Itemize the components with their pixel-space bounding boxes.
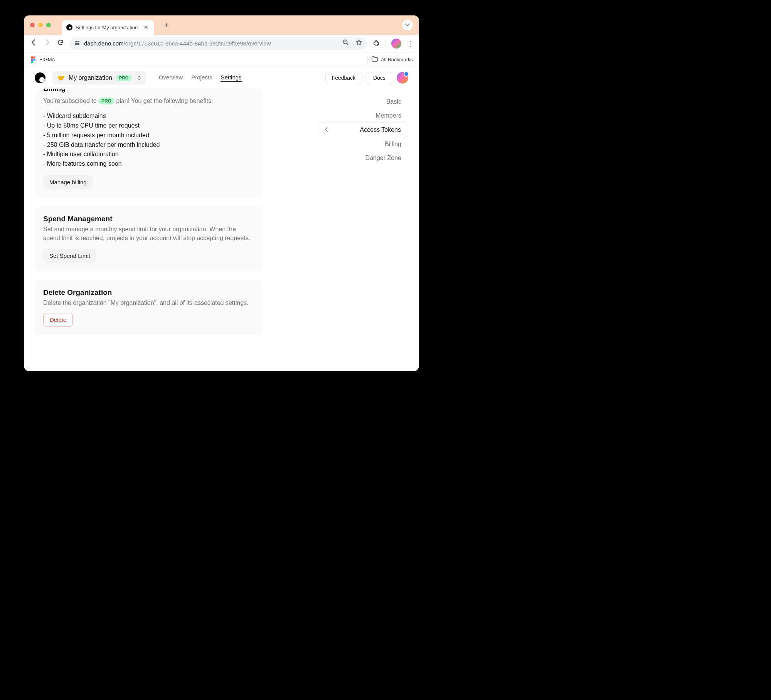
bookmark-figma[interactable]: FIGMA [30, 57, 55, 63]
delete-org-desc: Delete the organization "My organization… [43, 298, 254, 307]
delete-org-card: Delete Organization Delete the organizat… [35, 280, 262, 335]
benefit-item: - Multiple user collaboration [43, 150, 254, 159]
svg-point-11 [33, 59, 35, 61]
window-controls [30, 23, 51, 27]
feedback-button[interactable]: Feedback [325, 72, 362, 84]
forward-button[interactable] [43, 39, 52, 48]
selector-chevrons-icon [137, 75, 141, 81]
svg-point-12 [31, 61, 33, 63]
toolbar-divider [386, 40, 386, 47]
benefits-list: - Wildcard subdomains - Up to 50ms CPU t… [43, 111, 254, 169]
billing-desc-pre: You're subscibed to [43, 98, 98, 104]
billing-title: Billing [43, 89, 254, 94]
benefit-item: - More features coming soon [43, 159, 254, 169]
address-bar[interactable]: dash.deno.com/orgs/1753c61b-96ca-444b-84… [69, 37, 367, 50]
browser-toolbar: dash.deno.com/orgs/1753c61b-96ca-444b-84… [24, 35, 419, 52]
bookmarks-bar: FIGMA All Bookmarks [24, 52, 419, 67]
back-button[interactable] [29, 39, 38, 48]
deno-logo-icon[interactable] [35, 72, 45, 83]
sidenav-access-tokens[interactable]: Access Tokens [318, 123, 408, 137]
delete-button[interactable]: Delete [43, 313, 73, 326]
reload-button[interactable] [57, 39, 64, 48]
svg-rect-3 [77, 41, 79, 42]
settings-side-nav: Basic Members Access Tokens Billing Dang… [318, 89, 408, 371]
all-bookmarks-button[interactable]: All Bookmarks [372, 56, 413, 63]
main-column: Billing You're subscibed to PRO plan! Yo… [35, 89, 262, 371]
spend-card: Spend Management Set and manage a monthl… [35, 206, 262, 271]
manage-billing-button[interactable]: Manage billing [43, 175, 93, 189]
sidenav-basic[interactable]: Basic [318, 95, 408, 109]
chevron-left-icon [325, 127, 328, 133]
benefit-item: - 5 million requests per month included [43, 131, 254, 140]
app-header: 🤝 My organization PRO Overview Projects … [24, 67, 419, 89]
browser-window: Settings for My organization ✕ + dash.de… [24, 15, 419, 371]
window-maximize-icon[interactable] [46, 23, 51, 27]
url-text: dash.deno.com/orgs/1753c61b-96ca-444b-84… [84, 40, 338, 47]
figma-icon [30, 57, 36, 63]
benefit-item: - 250 GiB data transfer per month includ… [43, 140, 254, 150]
org-name: My organization [69, 74, 112, 81]
org-hands-icon: 🤝 [57, 74, 65, 82]
benefit-item: - Up to 50ms CPU time per request [43, 121, 254, 131]
billing-desc-post: plan! You get the following benefits: [114, 98, 213, 104]
tab-close-icon[interactable]: ✕ [144, 25, 148, 30]
browser-tab-bar: Settings for My organization ✕ + [24, 15, 419, 35]
sidenav-members[interactable]: Members [318, 109, 408, 123]
all-bookmarks-label: All Bookmarks [381, 57, 413, 62]
tab-settings[interactable]: Settings [221, 74, 241, 82]
tab-overview[interactable]: Overview [159, 74, 183, 82]
svg-point-1 [69, 27, 71, 29]
tab-projects[interactable]: Projects [191, 74, 212, 82]
set-spend-limit-button[interactable]: Set Spend Limit [43, 249, 96, 263]
sidenav-danger-zone[interactable]: Danger Zone [318, 151, 408, 165]
tabs-dropdown-button[interactable] [402, 20, 413, 30]
svg-point-9 [33, 56, 35, 59]
spend-title: Spend Management [43, 215, 254, 223]
extensions-icon[interactable] [372, 40, 380, 47]
content-area: Billing You're subscibed to PRO plan! Yo… [24, 89, 419, 371]
pro-badge: PRO [116, 75, 132, 81]
new-tab-button[interactable]: + [161, 20, 172, 30]
svg-point-10 [31, 59, 33, 61]
org-selector[interactable]: 🤝 My organization PRO [52, 71, 146, 85]
window-close-icon[interactable] [30, 23, 35, 27]
zoom-icon[interactable] [342, 39, 349, 48]
pro-inline-badge: PRO [98, 98, 114, 104]
svg-line-6 [347, 44, 348, 45]
svg-rect-4 [75, 43, 79, 45]
sidenav-access-tokens-label: Access Tokens [360, 126, 401, 133]
user-avatar[interactable] [397, 72, 408, 84]
browser-profile-avatar[interactable] [391, 39, 401, 49]
svg-point-8 [31, 56, 33, 59]
address-bar-actions [342, 39, 362, 48]
benefit-item: - Wildcard subdomains [43, 111, 254, 121]
spend-desc: Set and manage a monthly spend limit for… [43, 225, 254, 242]
url-host: dash.deno.com [84, 40, 124, 47]
billing-card: Billing You're subscibed to PRO plan! Yo… [35, 89, 262, 198]
delete-org-title: Delete Organization [43, 288, 254, 297]
browser-tab[interactable]: Settings for My organization ✕ [62, 20, 154, 35]
nav-tabs: Overview Projects Settings [159, 74, 242, 82]
deno-favicon-icon [66, 24, 72, 30]
bookmark-figma-label: FIGMA [39, 57, 55, 62]
browser-menu-icon[interactable]: ⋮ [407, 39, 414, 48]
window-minimize-icon[interactable] [38, 23, 43, 27]
sidenav-billing[interactable]: Billing [318, 137, 408, 151]
url-path: /orgs/1753c61b-96ca-444b-84ba-3e295d9fae… [124, 40, 271, 47]
bookmark-star-icon[interactable] [355, 39, 362, 48]
folder-icon [372, 56, 378, 63]
tab-title: Settings for My organization [76, 25, 138, 30]
site-info-icon[interactable] [74, 40, 80, 47]
bookmarks-divider [367, 56, 368, 64]
svg-rect-2 [75, 41, 77, 42]
docs-button[interactable]: Docs [367, 72, 392, 84]
billing-desc: You're subscibed to PRO plan! You get th… [43, 96, 254, 105]
